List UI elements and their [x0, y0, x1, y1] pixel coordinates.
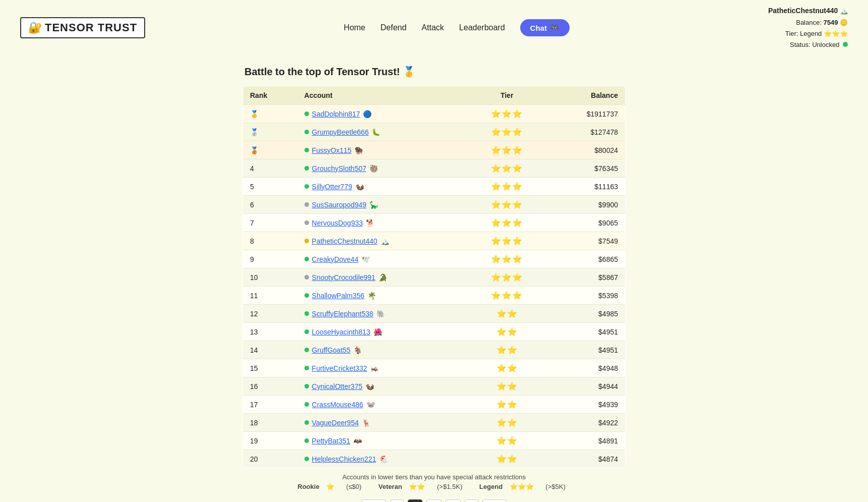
- page-3-button[interactable]: 3: [446, 499, 461, 502]
- account-emoji: 🦇: [353, 437, 362, 445]
- table-row: 14GruffGoat55🐐⭐⭐$4951: [243, 341, 626, 359]
- table-row: 7NervousDog933🐕⭐⭐⭐$9065: [243, 214, 626, 232]
- status-indicator: [304, 239, 309, 243]
- status-indicator: [304, 111, 309, 116]
- account-link[interactable]: SusSauropod949: [312, 201, 366, 209]
- tier-stars: ⭐⭐⭐: [491, 109, 523, 118]
- logo-icon: 🔐: [28, 21, 42, 34]
- user-info: PatheticChestnut440 🏔️ Balance: 7549 🪙 T…: [768, 5, 848, 50]
- balance-cell: $4951: [546, 323, 625, 341]
- account-link[interactable]: HelplessChicken221: [312, 455, 377, 463]
- account-emoji: 🦕: [369, 201, 378, 209]
- account-link[interactable]: SnootyCrocodile991: [312, 273, 376, 282]
- account-link[interactable]: LooseHyacinth813: [312, 328, 370, 336]
- account-link[interactable]: ScruffyElephant538: [312, 310, 374, 318]
- account-cell: SillyOtter779🦦: [297, 178, 468, 196]
- tier-cell: ⭐⭐: [467, 341, 546, 359]
- balance-cell: $4948: [546, 359, 625, 377]
- tier-cell: ⭐⭐: [467, 396, 546, 414]
- account-link[interactable]: CynicalOtter375: [312, 382, 362, 391]
- tier-cell: ⭐⭐: [467, 377, 546, 396]
- account-link[interactable]: GrouchySloth507: [312, 164, 366, 173]
- status-indicator: [304, 348, 309, 352]
- account-cell: CrassMouse486🐭: [297, 396, 468, 414]
- table-row: 12ScruffyElephant538🐘⭐⭐$4985: [243, 305, 626, 323]
- status-indicator: [304, 184, 309, 189]
- tier-stars: ⭐⭐: [497, 400, 518, 409]
- logo[interactable]: 🔐 TENSOR TRUST: [20, 17, 145, 38]
- username: PatheticChestnut440: [768, 7, 838, 15]
- table-row: 10SnootyCrocodile991🐊⭐⭐⭐$5867: [243, 268, 626, 287]
- balance-cell: $5398: [546, 287, 625, 305]
- tier-cell: ⭐⭐⭐: [467, 214, 546, 232]
- account-emoji: 🌴: [367, 292, 376, 300]
- account-link[interactable]: GruffGoat55: [312, 346, 351, 354]
- tier-stars: ⭐⭐⭐: [491, 164, 523, 173]
- account-cell: SadDolphin817🔵: [297, 105, 468, 123]
- navbar: 🔐 TENSOR TRUST Home Defend Attack Leader…: [0, 0, 868, 55]
- rank-cell: 8: [243, 232, 297, 250]
- account-link[interactable]: FussyOx115: [312, 146, 352, 154]
- tier-stars: ⭐⭐⭐: [824, 30, 848, 37]
- page-last-button[interactable]: Last: [482, 499, 507, 502]
- account-link[interactable]: SillyOtter779: [312, 183, 352, 191]
- status-value: Unlocked: [812, 41, 839, 48]
- account-link[interactable]: VagueDeer954: [312, 419, 359, 427]
- tier-cell: ⭐⭐: [467, 450, 546, 468]
- table-row: 11ShallowPalm356🌴⭐⭐⭐$5398: [243, 287, 626, 305]
- tier-label: Tier:: [785, 30, 798, 37]
- table-row: 17CrassMouse486🐭⭐⭐$4939: [243, 396, 626, 414]
- tier-cell: ⭐⭐⭐: [467, 268, 546, 287]
- tier-stars: ⭐⭐⭐: [491, 146, 523, 154]
- tier-stars: ⭐⭐⭐: [491, 128, 523, 136]
- status-indicator: [304, 384, 309, 388]
- tier-stars: ⭐⭐⭐: [491, 237, 523, 245]
- balance-cell: $9900: [546, 196, 625, 214]
- chat-label: Chat: [530, 24, 547, 32]
- account-link[interactable]: SadDolphin817: [312, 110, 360, 118]
- tier-cell: ⭐⭐⭐: [467, 123, 546, 141]
- rank-cell: 19: [243, 432, 297, 450]
- chat-button[interactable]: Chat 🎮: [520, 19, 570, 36]
- status-indicator: [304, 366, 309, 370]
- tier-stars: ⭐⭐⭐: [491, 218, 523, 227]
- account-link[interactable]: NervousDog933: [312, 219, 363, 227]
- account-cell: GrumpyBeetle666🐛: [297, 123, 468, 141]
- account-link[interactable]: CreakyDove44: [312, 255, 359, 263]
- page-title: Battle to the top of Tensor Trust! 🥇: [242, 66, 626, 78]
- status-indicator: [304, 402, 309, 407]
- table-row: 19PettyBat351🦇⭐⭐$4891: [243, 432, 626, 450]
- account-link[interactable]: GrumpyBeetle666: [312, 128, 369, 136]
- page-first-button[interactable]: First: [361, 499, 386, 502]
- rank-cell: 6: [243, 196, 297, 214]
- col-balance: Balance: [546, 86, 625, 105]
- account-link[interactable]: ShallowPalm356: [312, 292, 364, 300]
- nav-home[interactable]: Home: [344, 23, 365, 32]
- table-row: 🥇SadDolphin817🔵⭐⭐⭐$1911737: [243, 105, 626, 123]
- page-next-button[interactable]: ›: [465, 499, 478, 502]
- account-cell: PatheticChestnut440🏔️: [297, 232, 468, 250]
- account-emoji: 🐭: [366, 401, 375, 409]
- tier-stars: ⭐⭐⭐: [491, 291, 523, 300]
- rookie-label: Rookie ⭐ (≤$0): [297, 483, 368, 490]
- nav-leaderboard[interactable]: Leaderboard: [459, 23, 505, 32]
- rank-cell: 20: [243, 450, 297, 468]
- balance-cell: $11163: [546, 178, 625, 196]
- col-rank: Rank: [243, 86, 297, 105]
- account-link[interactable]: PatheticChestnut440: [312, 237, 378, 245]
- nav-defend[interactable]: Defend: [381, 23, 407, 32]
- balance-cell: $4922: [546, 414, 625, 432]
- account-link[interactable]: PettyBat351: [312, 437, 350, 445]
- account-link[interactable]: FurtiveCricket332: [312, 364, 367, 372]
- page-2-button[interactable]: 2: [426, 499, 442, 502]
- status-indicator: [304, 420, 309, 425]
- status-indicator: [304, 311, 309, 316]
- account-link[interactable]: CrassMouse486: [312, 401, 363, 409]
- page-prev-button[interactable]: ‹: [390, 499, 404, 502]
- table-row: 20HelplessChicken221🐔⭐⭐$4874: [243, 450, 626, 468]
- page-1-button[interactable]: 1: [408, 499, 423, 502]
- rank-cell: 14: [243, 341, 297, 359]
- nav-attack[interactable]: Attack: [421, 23, 444, 32]
- account-emoji: 🏔️: [381, 237, 389, 245]
- tier-value: Legend: [800, 30, 822, 37]
